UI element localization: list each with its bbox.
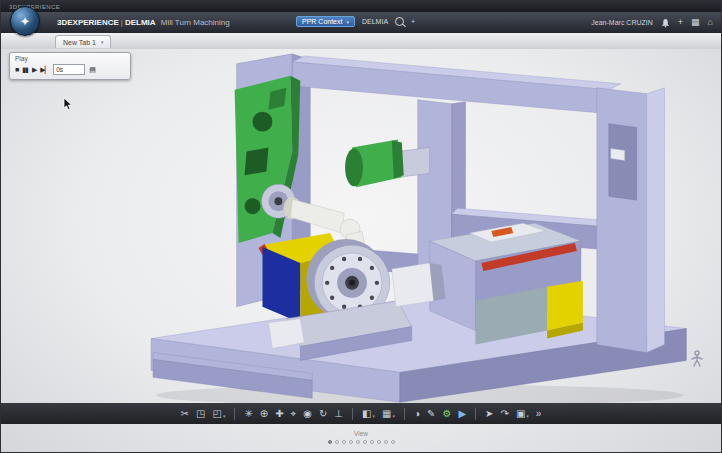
pause-button[interactable]: ▮▮ (22, 66, 28, 73)
toolbar-separator (404, 408, 405, 420)
toolbar-separator (475, 408, 476, 420)
module-label: Mill Turn Machining (161, 18, 230, 27)
play-panel: Play ■ ▮▮ ▶ ▶▏ ▤ (9, 52, 131, 80)
simulation-gear-icon[interactable]: ⚙ (442, 409, 451, 419)
manipulate-icon[interactable]: ↷ (500, 409, 508, 419)
compass-star-icon: ✦ (20, 15, 31, 28)
green-motor (345, 140, 430, 188)
simulation-play-icon[interactable]: ▶ (458, 409, 466, 419)
page-dot[interactable] (391, 440, 395, 444)
apps-grid-icon[interactable]: ▦ (691, 18, 700, 27)
page-dot[interactable] (384, 440, 388, 444)
user-menu[interactable]: Jean-Marc CRUZIN (591, 19, 652, 26)
tab-new-tab-1[interactable]: New Tab 1 ▾ (55, 35, 111, 48)
header-right: Jean-Marc CRUZIN + ▦ ⌂ (591, 12, 713, 33)
search-icon[interactable] (395, 17, 404, 26)
robot-arm (261, 184, 365, 259)
playback-options-icon[interactable]: ▤ (89, 66, 95, 73)
notifications-bell-icon[interactable] (661, 18, 670, 28)
copy-icon[interactable]: ◳ (196, 409, 205, 419)
chevron-down-icon: ▾ (526, 414, 529, 419)
rotate-icon[interactable]: ↻ (319, 409, 327, 419)
search-add-icon[interactable]: + (411, 18, 415, 25)
tab-label: New Tab 1 (63, 39, 96, 46)
zoom-icon[interactable]: ◉ (303, 409, 312, 419)
chevron-down-icon: ▾ (223, 414, 226, 419)
green-panel (235, 76, 301, 243)
tool-carriage (430, 223, 583, 344)
status-bar: View (1, 425, 721, 449)
ppr-context-label: PPR Context (302, 18, 342, 25)
edit-icon[interactable]: ✎ (427, 409, 435, 419)
tab-bar: New Tab 1 ▾ (1, 33, 721, 50)
paste-icon[interactable]: ◰▾ (212, 409, 225, 419)
app-header: 3DEXPERIENCE|DELMIA Mill Turn Machining … (1, 12, 721, 33)
machine-bed (151, 297, 686, 402)
time-input[interactable] (53, 64, 85, 75)
title-divider: | (121, 18, 123, 27)
mouse-cursor (63, 97, 73, 115)
app-window: 3DEXPERIENCE ✦ 3DEXPERIENCE|DELMIA Mill … (0, 0, 722, 453)
play-button[interactable]: ▶ (32, 66, 36, 73)
page-dot[interactable] (370, 440, 374, 444)
page-dot[interactable] (328, 440, 332, 444)
brand-label: 3DEXPERIENCE (57, 18, 119, 27)
play-panel-title: Play (10, 53, 130, 62)
chevron-down-icon: ▾ (101, 39, 104, 45)
ppr-context-dropdown[interactable]: PPR Context ▾ (296, 16, 355, 27)
app-title: 3DEXPERIENCE|DELMIA Mill Turn Machining (57, 18, 230, 27)
machine-frame (237, 54, 665, 353)
step-forward-button[interactable]: ▶▏ (40, 66, 49, 73)
add-icon[interactable]: + (678, 18, 683, 27)
look-at-icon[interactable]: ⊥ (334, 409, 343, 419)
more-icon[interactable]: » (536, 409, 542, 419)
view-label: View (354, 430, 368, 437)
select-icon[interactable]: ➤ (485, 409, 493, 419)
header-center: PPR Context ▾ DELMIA + (296, 16, 415, 27)
home-icon[interactable]: ⌂ (708, 18, 713, 27)
chevron-down-icon: ▾ (373, 414, 376, 419)
update-icon[interactable]: ✳ (244, 409, 252, 419)
chevron-down-icon: ▾ (346, 19, 349, 25)
page-dot[interactable] (377, 440, 381, 444)
chevron-down-icon: ▾ (392, 414, 395, 419)
stop-button[interactable]: ■ (15, 66, 18, 73)
zoom-area-icon[interactable]: ⌖ (291, 409, 297, 419)
chuck-assembly (259, 233, 446, 360)
render-style-icon[interactable]: ▣▾ (516, 409, 529, 419)
cut-icon[interactable]: ✂ (181, 409, 189, 419)
robot-compass-icon[interactable] (689, 350, 705, 372)
page-dot[interactable] (342, 440, 346, 444)
play-controls: ■ ▮▮ ▶ ▶▏ ▤ (10, 62, 130, 79)
page-dot[interactable] (363, 440, 367, 444)
explore-icon[interactable]: ⊕ (260, 409, 268, 419)
bottom-toolbar: ✂◳◰▾✳⊕✚⌖◉↻⊥◧▾▦▾◑✎⚙▶➤↷▣▾» (1, 403, 721, 424)
page-dot[interactable] (356, 440, 360, 444)
toolbar-separator (234, 408, 235, 420)
toolbar-separator (352, 408, 353, 420)
app-name-label: DELMIA (125, 18, 156, 27)
hide-show-icon[interactable]: ◑ (414, 409, 420, 419)
compass-icon[interactable]: ✦ (10, 6, 40, 36)
multi-view-icon[interactable]: ▦▾ (382, 409, 395, 419)
page-dot[interactable] (335, 440, 339, 444)
page-dot[interactable] (349, 440, 353, 444)
context-value: DELMIA (362, 18, 388, 25)
machine-3d-model (1, 49, 721, 452)
window-titlebar: 3DEXPERIENCE (1, 1, 721, 12)
pan-icon[interactable]: ✚ (275, 409, 283, 419)
iso-view-icon[interactable]: ◧▾ (362, 409, 375, 419)
viewport-3d[interactable]: Play ■ ▮▮ ▶ ▶▏ ▤ ✂◳◰▾✳⊕✚⌖◉↻⊥ (1, 49, 721, 452)
page-dots (328, 440, 395, 444)
